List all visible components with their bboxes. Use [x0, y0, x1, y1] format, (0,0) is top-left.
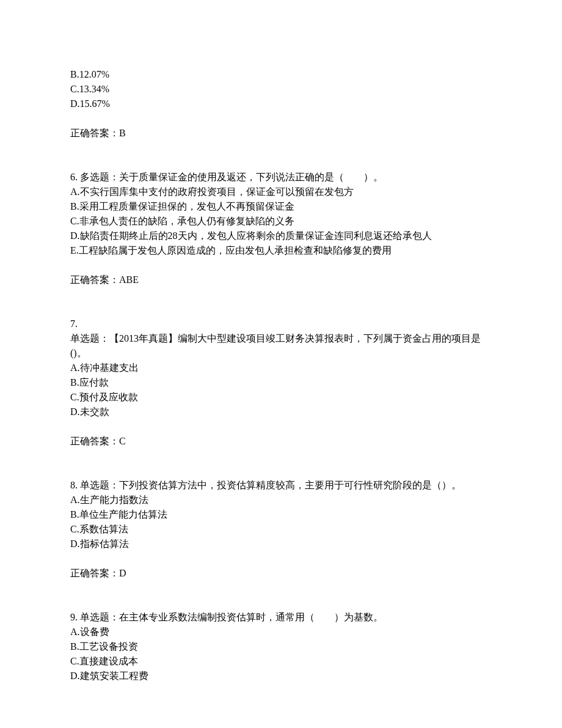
answer-text: 正确答案：D — [70, 566, 492, 581]
option-c: C.直接建设成本 — [70, 654, 492, 669]
option-d: D.缺陷责任期终止后的28天内，发包人应将剩余的质量保证金连同利息返还给承包人 — [70, 229, 492, 243]
question-5-partial: B.12.07% C.13.34% D.15.67% 正确答案：B — [70, 67, 492, 141]
answer-text: 正确答案：C — [70, 434, 492, 449]
option-d: D.未交款 — [70, 405, 492, 419]
option-c: C.13.34% — [70, 82, 492, 97]
option-d: D.指标估算法 — [70, 537, 492, 551]
option-d: D.建筑安装工程费 — [70, 669, 492, 683]
question-stem: 8. 单选题：下列投资估算方法中，投资估算精度较高，主要用于可行性研究阶段的是（… — [70, 478, 492, 493]
question-stem: 9. 单选题：在主体专业系数法编制投资估算时，通常用（ ）为基数。 — [70, 610, 492, 625]
option-a: A.设备费 — [70, 625, 492, 639]
option-c: C.系数估算法 — [70, 522, 492, 537]
option-b: B.工艺设备投资 — [70, 639, 492, 654]
option-a: A.不实行国库集中支付的政府投资项目，保证金可以预留在发包方 — [70, 185, 492, 199]
question-7: 7. 单选题：【2013年真题】编制大中型建设项目竣工财务决算报表时，下列属于资… — [70, 317, 492, 449]
question-6: 6. 多选题：关于质量保证金的使用及返还，下列说法正确的是（ ）。 A.不实行国… — [70, 170, 492, 287]
option-a: A.生产能力指数法 — [70, 493, 492, 507]
question-9: 9. 单选题：在主体专业系数法编制投资估算时，通常用（ ）为基数。 A.设备费 … — [70, 610, 492, 683]
option-c: C.预付及应收款 — [70, 390, 492, 405]
option-b: B.12.07% — [70, 67, 492, 82]
option-e: E.工程缺陷属于发包人原因造成的，应由发包人承担检查和缺陷修复的费用 — [70, 243, 492, 258]
option-c: C.非承包人责任的缺陷，承包人仍有修复缺陷的义务 — [70, 214, 492, 229]
question-stem: 单选题：【2013年真题】编制大中型建设项目竣工财务决算报表时，下列属于资金占用… — [70, 331, 492, 361]
answer-text: 正确答案：B — [70, 126, 492, 141]
option-b: B.单位生产能力估算法 — [70, 507, 492, 522]
option-b: B.采用工程质量保证担保的，发包人不再预留保证金 — [70, 199, 492, 214]
option-b: B.应付款 — [70, 375, 492, 390]
question-number: 7. — [70, 317, 492, 331]
option-a: A.待冲基建支出 — [70, 361, 492, 375]
question-8: 8. 单选题：下列投资估算方法中，投资估算精度较高，主要用于可行性研究阶段的是（… — [70, 478, 492, 581]
option-d: D.15.67% — [70, 97, 492, 111]
question-stem: 6. 多选题：关于质量保证金的使用及返还，下列说法正确的是（ ）。 — [70, 170, 492, 185]
answer-text: 正确答案：ABE — [70, 273, 492, 287]
